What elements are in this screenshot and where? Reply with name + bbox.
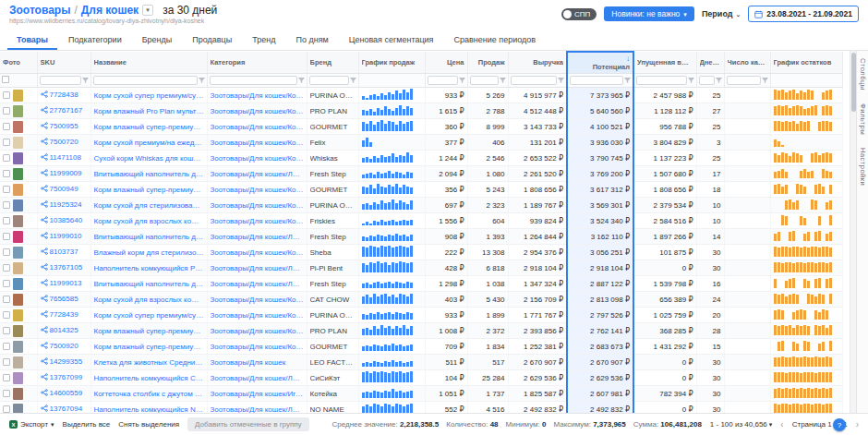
sku-link[interactable]: 8014325	[50, 326, 78, 334]
column-header-stock_chart[interactable]: График остатков	[770, 52, 842, 74]
row-checkbox[interactable]	[3, 405, 10, 413]
tab-1[interactable]: Товары	[7, 32, 57, 50]
table-row[interactable]: 14600559Когтеточка столбик с джутом и бо…	[0, 386, 842, 402]
share-icon[interactable]	[41, 248, 48, 255]
side-tab-3[interactable]: Настройки	[859, 148, 867, 186]
table-row[interactable]: 7728438Корм сухой супер премиум/сухой...…	[0, 88, 842, 103]
category-link[interactable]: Зоотовары/Для кошек/Лотки и нап...	[211, 280, 304, 288]
row-checkbox[interactable]	[3, 248, 10, 256]
side-tab-2[interactable]: Фильтры	[859, 103, 867, 135]
product-name-link[interactable]: Корм сухой для стерилизованных...	[94, 201, 204, 210]
column-header-name[interactable]: Название	[90, 52, 207, 74]
share-icon[interactable]	[41, 216, 48, 224]
sku-link[interactable]: 11471108	[50, 153, 81, 162]
sku-link[interactable]: 7728438	[50, 91, 78, 99]
product-name-link[interactable]: Наполнитель комкующийся Pi - Pi...	[94, 264, 204, 272]
table-row[interactable]: 11999013Впитывающий наполнитель для ко..…	[0, 276, 842, 292]
sku-link[interactable]: 13767094	[50, 405, 83, 413]
sku-link[interactable]: 11925324	[50, 200, 82, 209]
stock-sparkline[interactable]	[770, 166, 842, 182]
sales-sparkline[interactable]	[358, 198, 425, 213]
product-name-link[interactable]: Корм сухой премиум/на ежеднев...	[94, 139, 204, 147]
column-header-sku[interactable]: SKU	[37, 52, 90, 74]
stock-sparkline[interactable]	[770, 323, 842, 339]
product-image[interactable]	[13, 309, 23, 321]
row-checkbox[interactable]	[3, 201, 10, 209]
category-link[interactable]: Зоотовары/Для кошек/Лотки и нап...	[211, 264, 304, 272]
table-row[interactable]: 11999010Впитывающий наполнитель для ко..…	[0, 229, 842, 245]
filter-funnel-icon[interactable]	[82, 78, 89, 84]
sales-sparkline[interactable]	[358, 182, 425, 198]
add-to-group-button[interactable]: Добавить отмеченные в группу	[187, 417, 309, 431]
category-link[interactable]: Зоотовары/Для кошек/Корм и лако...	[211, 217, 304, 225]
sales-sparkline[interactable]	[358, 308, 425, 323]
product-name-link[interactable]: Корм сухой для взрослых кошек с...	[94, 296, 204, 304]
page-size-dropdown[interactable]: 1 - 100 из 40,656 ▾	[710, 420, 772, 429]
product-image[interactable]	[13, 121, 23, 133]
row-checkbox[interactable]	[3, 390, 10, 397]
sales-sparkline[interactable]	[358, 245, 425, 260]
product-name-link[interactable]: Клетка для животных Средних и м...	[94, 358, 204, 367]
sales-sparkline[interactable]	[358, 323, 425, 339]
category-link[interactable]: Зоотовары/Для кошек/Лотки и нап...	[211, 170, 304, 178]
product-name-link[interactable]: Корм влажный супер-премиум/суп...	[94, 123, 204, 131]
stock-sparkline[interactable]	[770, 245, 842, 260]
sales-sparkline[interactable]	[358, 103, 425, 119]
share-icon[interactable]	[41, 263, 48, 271]
filter-input-sold[interactable]	[470, 76, 499, 85]
row-checkbox[interactable]	[3, 91, 10, 99]
product-name-link[interactable]: Впитывающий наполнитель для ко...	[94, 280, 204, 288]
row-checkbox[interactable]	[3, 107, 10, 115]
column-header-category[interactable]: Категория	[207, 52, 307, 74]
sku-link[interactable]: 7500955	[50, 122, 78, 130]
stock-sparkline[interactable]	[770, 103, 842, 119]
source-url-link[interactable]: https://www.wildberries.ru/catalog/tovar…	[9, 18, 217, 24]
table-row[interactable]: 11925324Корм сухой для стерилизованных..…	[0, 198, 842, 213]
stock-sparkline[interactable]	[770, 198, 842, 213]
product-name-link[interactable]: Корм сухой супер премиум/сухой...	[94, 311, 204, 320]
share-icon[interactable]	[41, 295, 48, 302]
product-name-link[interactable]: Впитывающий наполнитель для ко...	[94, 170, 204, 178]
next-page-button[interactable]: ›	[856, 420, 859, 429]
sku-link[interactable]: 10385640	[50, 216, 83, 224]
table-row[interactable]: 10385640Корм сухой для взрослых кошек с.…	[0, 213, 842, 229]
chat-widget-button[interactable]: ?	[833, 418, 846, 431]
sku-link[interactable]: 7500720	[50, 138, 78, 146]
category-link[interactable]: Зоотовары/Для кошек/Корм и лако...	[211, 201, 304, 210]
share-icon[interactable]	[41, 357, 48, 365]
product-image[interactable]	[13, 294, 23, 306]
sales-sparkline[interactable]	[358, 355, 425, 370]
row-checkbox[interactable]	[3, 296, 10, 303]
table-row[interactable]: 11471108Сухой корм Whiskas для кошек Вк.…	[0, 151, 842, 166]
product-image[interactable]	[13, 404, 23, 414]
table-row[interactable]: 7500720Корм сухой премиум/на ежеднев...З…	[0, 135, 842, 151]
table-row[interactable]: 7500949Корм влажный супер-премиум/суп...…	[0, 182, 842, 198]
filter-funnel-icon[interactable]	[350, 78, 356, 84]
product-name-link[interactable]: Корм сухой супер премиум/сухой...	[94, 91, 204, 100]
product-name-link[interactable]: Корм влажный Pro Plan мультипак...	[94, 107, 204, 115]
stock-sparkline[interactable]	[770, 402, 842, 414]
category-link[interactable]: Зоотовары/Для кошек/Игрушки и к...	[211, 390, 304, 398]
sku-link[interactable]: 8103737	[50, 248, 78, 256]
product-image[interactable]	[13, 152, 23, 164]
stock-sparkline[interactable]	[770, 151, 842, 166]
row-checkbox[interactable]	[3, 280, 10, 287]
row-checkbox[interactable]	[3, 374, 10, 381]
sku-link[interactable]: 11999009	[50, 169, 82, 177]
product-image[interactable]	[13, 184, 23, 196]
product-name-link[interactable]: Сухой корм Whiskas для кошек Вк...	[94, 154, 204, 163]
filter-funnel-icon[interactable]	[558, 78, 564, 84]
category-link[interactable]: Зоотовары/Для кошек/Корм и лако...	[211, 123, 304, 131]
category-link[interactable]: Зоотовары/Для кошек/Корм и лако...	[211, 186, 304, 194]
breadcrumb-current-link[interactable]: Для кошек	[81, 4, 139, 17]
category-link[interactable]: Зоотовары/Для кошек/Корм и лако...	[211, 139, 304, 147]
product-image[interactable]	[13, 262, 23, 274]
product-name-link[interactable]: Корм влажный супер-премиум/суп...	[94, 343, 204, 351]
product-image[interactable]	[13, 325, 23, 337]
sales-sparkline[interactable]	[358, 260, 425, 276]
sku-link[interactable]: 14600559	[50, 389, 83, 397]
filter-input-missed[interactable]	[636, 76, 687, 85]
sales-sparkline[interactable]	[358, 386, 425, 402]
share-icon[interactable]	[41, 310, 48, 318]
tab-7[interactable]: Ценовая сегментация	[340, 32, 443, 50]
